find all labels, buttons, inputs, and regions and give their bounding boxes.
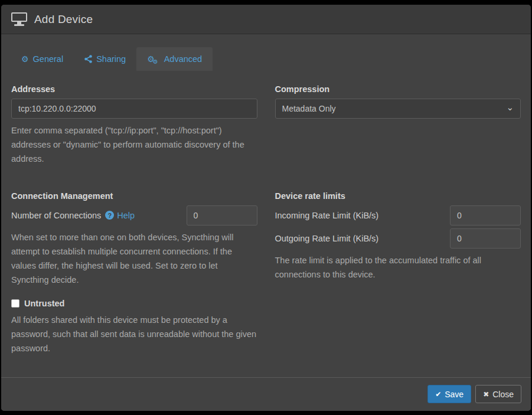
modal-header: Add Device [1,5,531,34]
share-icon [84,55,92,63]
check-icon: ✔ [435,391,441,398]
device-monitor-icon [11,12,27,26]
rate-limits-section: Device rate limits Incoming Rate Limit (… [275,191,521,356]
connection-management-section: Connection Management Number of Connecti… [11,191,257,356]
modal-footer: ✔ Save ✖ Close [1,377,531,411]
incoming-rate-input[interactable] [450,205,521,226]
connections-help-text: When set to more than one on both device… [11,231,257,287]
compression-selected-value: Metadata Only [282,104,336,113]
num-connections-label: Number of Connections ? Help [11,211,135,220]
form-grid: Addresses Enter comma separated ("tcp://… [1,71,531,356]
close-button-label: Close [492,390,514,399]
addresses-help-text: Enter comma separated ("tcp://ip:port", … [11,124,257,166]
save-button[interactable]: ✔ Save [427,385,471,403]
tab-bar: ⚙ General Sharing [11,47,521,71]
untrusted-checkbox-row[interactable]: Untrusted [11,299,257,308]
compression-section: Compression Metadata Only ⌄ [275,84,521,166]
rate-limits-help-text: The rate limit is applied to the accumul… [275,254,521,282]
tab-general[interactable]: ⚙ General [11,47,74,71]
rate-limits-label: Device rate limits [275,191,521,201]
untrusted-checkbox[interactable] [11,299,19,308]
modal-body: ⚙ General Sharing [1,34,531,377]
close-button[interactable]: ✖ Close [475,385,521,403]
modal-title: Add Device [34,13,93,26]
tab-general-label: General [33,54,64,64]
compression-select[interactable]: Metadata Only ⌄ [275,99,521,119]
question-circle-icon: ? [105,211,114,220]
tab-sharing[interactable]: Sharing [74,47,136,71]
tab-sharing-label: Sharing [96,54,126,64]
outgoing-rate-input[interactable] [450,228,521,249]
incoming-rate-label: Incoming Rate Limit (KiB/s) [275,211,379,220]
backdrop: Add Device ⚙ General [0,0,532,415]
add-device-modal: Add Device ⚙ General [1,5,531,411]
untrusted-help-text: All folders shared with this device must… [11,313,257,356]
num-connections-help-link[interactable]: ? Help [105,211,135,220]
addresses-label: Addresses [11,84,257,94]
connection-management-label: Connection Management [11,191,257,201]
num-connections-input[interactable] [187,205,257,226]
close-icon: ✖ [483,391,489,398]
compression-label: Compression [275,84,521,94]
outgoing-rate-label: Outgoing Rate Limit (KiB/s) [275,234,379,243]
cogs-icon: ⚙⚙ [147,55,160,63]
tab-advanced-label: Advanced [164,54,203,64]
untrusted-label: Untrusted [24,299,64,308]
addresses-input[interactable] [11,99,257,119]
save-button-label: Save [445,390,464,399]
gear-icon: ⚙ [21,55,29,63]
tab-advanced[interactable]: ⚙⚙ Advanced [136,47,213,71]
addresses-section: Addresses Enter comma separated ("tcp://… [11,84,257,166]
help-link-label: Help [117,211,135,220]
